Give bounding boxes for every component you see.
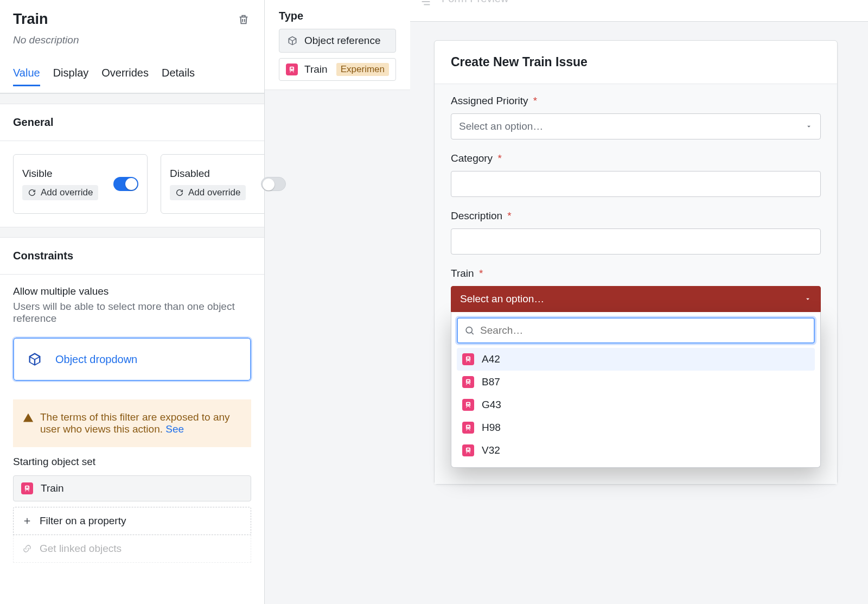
priority-select[interactable]: Select an option… [451,113,821,139]
visible-add-override[interactable]: Add override [22,185,98,200]
visible-toggle[interactable] [113,177,138,191]
train-option[interactable]: A42 [457,348,815,371]
train-select[interactable]: Select an option… [451,286,821,312]
section-constraints: Constraints [0,238,264,275]
starting-chip-label: Train [41,482,64,494]
category-label: Category [451,152,493,164]
delete-button[interactable] [236,11,251,28]
description-text: No description [13,34,251,46]
type-train-row[interactable]: Train Experimen [279,58,396,81]
starting-object-set: Starting object set Train Filter on a pr… [13,456,251,563]
train-option-label: V32 [482,444,500,456]
train-icon [462,353,474,365]
field-description: Description * [451,210,821,255]
train-label: Train [451,268,474,279]
train-option-label: B87 [482,376,500,388]
type-object-reference[interactable]: Object reference [279,29,396,53]
train-option-label: G43 [482,399,501,411]
left-header: Train No description Value Display Overr… [0,0,264,93]
tabs: Value Display Overrides Details [13,67,251,86]
type-train-label: Train [304,63,328,75]
train-option[interactable]: H98 [457,416,815,439]
field-train: Train * Select an option… [451,268,821,468]
form-preview-label: Form Preview [442,0,508,5]
field-category: Category * [451,152,821,197]
train-option-label: A42 [482,353,500,365]
filter-on-property-label: Filter on a property [40,515,126,527]
tab-details[interactable]: Details [162,67,195,86]
disabled-label: Disabled [170,168,210,180]
constraints-body: Allow multiple values Users will be able… [0,275,264,574]
starting-chip[interactable]: Train [13,475,251,501]
tab-overrides[interactable]: Overrides [101,67,149,86]
search-icon [464,325,475,336]
train-search-wrap [457,317,815,344]
required-asterisk: * [533,95,537,106]
link-icon [22,544,32,554]
train-icon [286,63,298,75]
required-asterisk: * [497,152,501,164]
object-dropdown-label: Object dropdown [55,353,137,366]
tab-value[interactable]: Value [13,67,40,86]
form-card: Create New Train Issue Assigned Priority… [434,40,838,485]
train-icon [462,444,474,456]
train-icon [462,422,474,434]
category-input[interactable] [459,171,813,196]
form-title: Create New Train Issue [435,41,837,84]
form-preview-panel: Form Preview Create New Train Issue Assi… [410,0,868,604]
refresh-icon [175,188,184,197]
description-input-wrap [451,228,821,255]
divider [0,227,264,238]
description-input[interactable] [459,229,813,254]
object-dropdown-card[interactable]: Object dropdown [13,338,251,381]
filter-on-property-row[interactable]: Filter on a property [13,507,251,535]
required-asterisk: * [479,268,483,279]
general-cards: Visible Add override Disabled Add overri… [0,141,264,227]
priority-placeholder: Select an option… [459,120,543,132]
divider [0,93,264,104]
experimental-badge: Experimen [336,63,389,76]
priority-label: Assigned Priority [451,95,528,106]
left-panel: Train No description Value Display Overr… [0,0,265,604]
category-input-wrap [451,171,821,197]
description-label: Description [451,210,502,221]
required-asterisk: * [507,210,511,221]
filter-warning: The terms of this filter are exposed to … [13,399,251,447]
allow-multiple-subtitle: Users will be able to select more than o… [13,301,251,325]
warning-link[interactable]: See [165,423,184,435]
cube-icon [27,352,42,367]
get-linked-objects-label: Get linked objects [40,543,122,555]
trash-icon [238,13,250,26]
form-preview-bar: Form Preview [410,0,868,22]
type-object-reference-label: Object reference [304,35,380,47]
visible-label: Visible [22,168,53,180]
train-dropdown-popup: A42 B87 G43 [451,312,821,468]
disabled-toggle[interactable] [261,177,286,191]
train-option[interactable]: V32 [457,439,815,462]
warning-text: The terms of this filter are exposed to … [40,411,230,435]
card-visible: Visible Add override [13,154,148,214]
plus-icon [22,516,32,526]
chevron-down-icon [804,295,812,303]
train-option[interactable]: G43 [457,393,815,416]
train-option-list: A42 B87 G43 [457,348,815,462]
tab-display[interactable]: Display [53,67,89,86]
type-panel: Type Object reference Train Experimen [265,0,410,604]
field-priority: Assigned Priority * Select an option… [451,95,821,139]
train-icon [462,399,474,411]
starting-label: Starting object set [13,456,251,468]
form-icon [420,0,432,8]
cube-icon [287,35,298,46]
chevron-down-icon [805,123,813,130]
section-general: General [0,104,264,141]
train-placeholder: Select an option… [460,293,544,305]
page-title: Train [13,11,48,28]
train-icon [21,482,33,494]
get-linked-objects-row[interactable]: Get linked objects [13,535,251,563]
allow-multiple-title: Allow multiple values [13,285,251,297]
disabled-add-override[interactable]: Add override [170,185,246,200]
train-option[interactable]: B87 [457,371,815,393]
train-icon [462,376,474,388]
train-option-label: H98 [482,422,501,434]
train-search-input[interactable] [480,325,807,336]
